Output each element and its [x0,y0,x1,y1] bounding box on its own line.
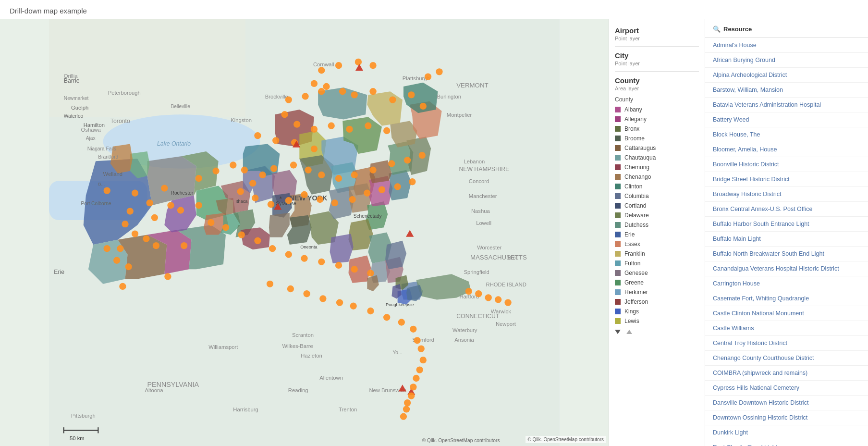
svg-text:Bro...: Bro... [508,255,520,260]
county-color-swatch [615,251,621,257]
resource-list-item[interactable]: Battery Weed [705,112,868,127]
resource-list-item[interactable]: Canandaigua Veterans Hospital Historic D… [705,261,868,276]
svg-text:Allentown: Allentown [319,375,343,381]
resource-list-item[interactable]: Alpina Archeological District [705,68,868,83]
svg-point-194 [237,188,244,195]
resource-list-item[interactable]: Castle Clinton National Monument [705,306,868,321]
sort-asc-icon[interactable] [626,330,632,334]
legend-county-item[interactable]: Bronx [615,124,699,134]
resource-list-item[interactable]: Block House, The [705,127,868,142]
legend-county-item[interactable]: Jefferson [615,297,699,307]
legend-county-item[interactable]: Delaware [615,211,699,220]
resource-list-item[interactable]: COIMBRA (shipwreck and remains) [705,366,868,381]
resource-list-item[interactable]: Boonville Historic District [705,157,868,172]
resource-list-item[interactable]: Buffalo North Breakwater South End Light [705,247,868,261]
county-name-label: Chemung [624,164,649,171]
legend-county-item[interactable]: Herkimer [615,287,699,297]
legend-county-item[interactable]: Dutchess [615,220,699,230]
legend-county-item[interactable]: Chemung [615,162,699,172]
county-name-label: Jefferson [624,298,648,305]
svg-point-189 [351,172,358,178]
map-credit: © Qlik. OpenStreetMap contributors [526,436,606,443]
svg-text:Peterborough: Peterborough [108,90,141,96]
legend-county-item[interactable]: Cortland [615,201,699,211]
resource-list-item[interactable]: Broadway Historic District [705,187,868,202]
county-color-swatch [615,184,621,189]
resource-list-item[interactable]: East Charity Shoal Light [705,440,868,446]
legend-airport-sub: Point layer [615,36,699,41]
svg-point-192 [404,157,411,163]
svg-text:Schenectady: Schenectady [354,213,382,219]
resource-list-item[interactable]: Downtown Ossining Historic District [705,410,868,425]
sort-desc-icon[interactable] [615,330,621,334]
legend-county-item[interactable]: Genesee [615,268,699,278]
svg-point-139 [318,88,325,95]
legend-county-item[interactable]: Greene [615,278,699,287]
map-svg: Lake Ontario Lake Erie Barrie Guelph Wat… [0,19,609,446]
svg-text:Brockville: Brockville [265,94,288,99]
legend-county-item[interactable]: Franklin [615,249,699,259]
resource-list-item[interactable]: Batavia Veterans Administration Hospital [705,98,868,112]
svg-point-210 [269,245,276,252]
legend-county-item[interactable]: Lewis [615,316,699,326]
svg-point-167 [167,202,174,209]
resource-list-item[interactable]: Dansville Downtown Historic District [705,396,868,410]
legend-county-item[interactable]: Broome [615,134,699,143]
page-title: Drill-down map example [0,0,868,19]
resource-list-item[interactable]: Carrington House [705,276,868,291]
resource-list-item[interactable]: Castle Williams [705,321,868,336]
svg-text:Hazleton: Hazleton [301,353,322,359]
legend-county-item[interactable]: Chautauqua [615,153,699,162]
resource-list-item[interactable]: Buffalo Harbor South Entrance Light [705,217,868,232]
legend-county-item[interactable]: Columbia [615,191,699,201]
svg-text:VERMONT: VERMONT [456,82,488,89]
county-color-swatch [615,309,621,314]
legend-county-item[interactable]: Kings [615,307,699,316]
county-name-label: Delaware [624,212,649,219]
svg-point-186 [305,167,312,173]
svg-point-227 [350,303,357,310]
resource-list-item[interactable]: Bronx Central Annex-U.S. Post Office [705,202,868,217]
svg-text:Reading: Reading [288,387,308,393]
svg-point-138 [302,93,308,99]
svg-point-190 [369,167,376,173]
county-name-label: Genesee [624,270,648,276]
svg-point-149 [328,123,335,129]
legend-county-item[interactable]: Cattaraugus [615,143,699,153]
county-name-label: Allegany [624,116,647,123]
resource-list-item[interactable]: Chenango County Courthouse District [705,351,868,366]
svg-point-202 [364,190,370,197]
legend-county-item[interactable]: Essex [615,239,699,249]
resource-list-item[interactable]: Admiral's House [705,38,868,53]
svg-point-146 [281,111,288,118]
svg-point-238 [408,393,415,399]
resource-list-item[interactable]: Central Troy Historic District [705,336,868,351]
svg-point-136 [323,83,330,90]
legend-county-item[interactable]: Clinton [615,182,699,191]
svg-text:Welland: Welland [103,171,122,177]
resource-list-item[interactable]: Casemate Fort, Whiting Quadrangle [705,291,868,306]
svg-point-207 [222,224,229,231]
resource-list-item[interactable]: Cypress Hills National Cemetery [705,381,868,396]
map-container[interactable]: Lake Ontario Lake Erie Barrie Guelph Wat… [0,19,609,446]
resource-list-item[interactable]: Bridge Street Historic District [705,172,868,187]
legend-county-item[interactable]: Albany [615,105,699,114]
resource-list-item[interactable]: Barstow, William, Mansion [705,83,868,98]
resource-list-item[interactable]: Bloomer, Amelia, House [705,142,868,157]
svg-point-243 [475,290,482,297]
svg-point-241 [400,413,407,420]
svg-text:Harrisburg: Harrisburg [233,407,258,412]
svg-point-150 [346,126,353,133]
svg-point-233 [418,346,425,352]
resource-list-item[interactable]: Dunkirk Light [705,425,868,440]
legend-county-item[interactable]: Erie [615,230,699,239]
svg-text:Altoona: Altoona [145,387,163,393]
legend-county-item[interactable]: Chenango [615,172,699,182]
legend-county-item[interactable]: Fulton [615,259,699,268]
resource-list-item[interactable]: African Burying Ground [705,53,868,68]
county-name-label: Broome [624,135,645,142]
svg-text:Lake Ontario: Lake Ontario [157,140,191,147]
resource-list-item[interactable]: Buffalo Main Light [705,232,868,247]
legend-county-item[interactable]: Allegany [615,114,699,124]
svg-text:NEW HAMPSHIRE: NEW HAMPSHIRE [459,166,509,173]
